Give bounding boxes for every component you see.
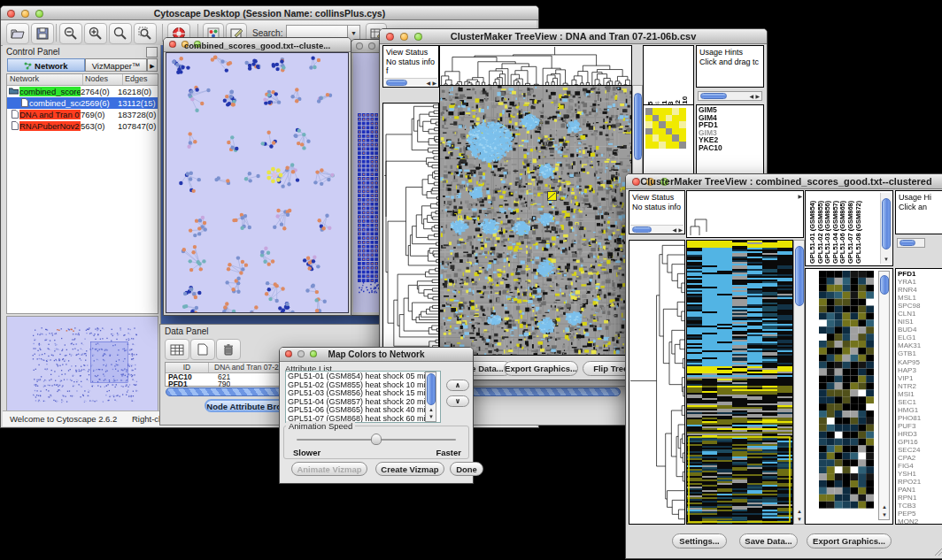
close-icon[interactable] bbox=[285, 350, 292, 357]
dialog-title-bar[interactable]: Map Colors to Network bbox=[280, 348, 473, 362]
gene-label[interactable]: PEP5 bbox=[898, 510, 940, 518]
tv2-vscrollbar[interactable]: ▲ ▼ bbox=[793, 240, 805, 525]
treeview2-title-bar[interactable]: ClusterMaker TreeView : combined_scores_… bbox=[626, 174, 942, 189]
close-icon[interactable] bbox=[632, 178, 640, 186]
save-button[interactable] bbox=[31, 23, 54, 44]
network-window-title-bar[interactable]: combined_scores_good.txt--cluste... bbox=[164, 38, 351, 52]
matrix-cell[interactable] bbox=[666, 142, 673, 149]
col-header-nodes[interactable]: Nodes bbox=[83, 74, 123, 85]
gene-label[interactable]: NTR2 bbox=[898, 382, 940, 390]
gene-label[interactable]: MON2 bbox=[898, 518, 940, 525]
zoom-window-icon[interactable] bbox=[414, 33, 422, 41]
gene-label[interactable]: KAP95 bbox=[898, 358, 940, 366]
tv2-zoom-scrollbar[interactable]: ▲ ▼ bbox=[878, 271, 890, 520]
close-icon[interactable] bbox=[386, 33, 394, 41]
tv2-gene-list[interactable]: PFD1YRA1RNR4MSL1SPC98CLN1NIS1BUD4ELG1MAK… bbox=[895, 268, 942, 525]
animate-vizmap-button[interactable]: Animate Vizmap bbox=[291, 462, 367, 476]
tv2-row-dendrogram[interactable] bbox=[629, 240, 685, 525]
matrix-cell[interactable] bbox=[652, 115, 660, 122]
gene-label[interactable]: RPO21 bbox=[898, 478, 940, 486]
scroll-right-icon[interactable]: ▶ bbox=[798, 193, 802, 200]
tv2-zoom-heatmap[interactable] bbox=[819, 271, 874, 510]
matrix-cell[interactable] bbox=[679, 142, 686, 149]
gene-label[interactable]: MSL1 bbox=[898, 294, 940, 302]
matrix-cell[interactable] bbox=[645, 108, 652, 115]
gene-label[interactable]: PFD1 bbox=[699, 121, 761, 129]
gene-label[interactable]: SEC24 bbox=[898, 446, 940, 454]
gene-label[interactable]: CPA2 bbox=[898, 454, 940, 462]
matrix-cell[interactable] bbox=[679, 108, 686, 115]
matrix-cell[interactable] bbox=[672, 128, 679, 135]
scroll-down-icon[interactable]: ▼ bbox=[429, 413, 434, 420]
gene-label[interactable]: GIM4 bbox=[699, 114, 761, 122]
scroll-left-icon[interactable]: ◀ bbox=[672, 226, 676, 234]
gene-label[interactable]: GPI16 bbox=[898, 438, 940, 446]
data-col-id[interactable]: ID bbox=[166, 363, 209, 372]
gene-label[interactable]: HAP3 bbox=[898, 366, 940, 374]
delete-attribute-button[interactable] bbox=[216, 339, 241, 360]
matrix-cell[interactable] bbox=[659, 115, 666, 122]
matrix-cell[interactable] bbox=[672, 142, 679, 149]
matrix-cell[interactable] bbox=[666, 115, 673, 122]
tab-more-button[interactable]: ▶ bbox=[147, 58, 158, 72]
zoom-selected-button[interactable] bbox=[134, 23, 157, 44]
tv1-column-dendrogram[interactable] bbox=[439, 45, 632, 88]
zoom-window-icon[interactable] bbox=[310, 350, 317, 357]
scroll-left-icon[interactable]: ◀ bbox=[426, 80, 430, 87]
scroll-down-icon[interactable]: ▼ bbox=[884, 256, 889, 263]
gene-label[interactable]: FIG4 bbox=[898, 462, 940, 470]
move-down-button[interactable]: ∨ bbox=[446, 395, 469, 407]
zoom-fit-button[interactable] bbox=[109, 23, 132, 44]
network-canvas[interactable] bbox=[166, 52, 349, 313]
export-graphics-button[interactable]: Export Graphics... bbox=[807, 533, 892, 548]
float-panel-icon[interactable] bbox=[146, 47, 158, 58]
gene-label[interactable]: YKE2 bbox=[699, 136, 761, 144]
done-button[interactable]: Done bbox=[450, 462, 483, 476]
export-graphics-button[interactable]: Export Graphics... bbox=[504, 361, 578, 376]
tab-network[interactable]: Network bbox=[7, 58, 85, 72]
speed-slider-thumb[interactable] bbox=[371, 433, 382, 445]
scroll-right-icon[interactable]: ▶ bbox=[678, 226, 683, 234]
gene-label[interactable]: PAN1 bbox=[898, 486, 940, 494]
gene-label[interactable]: RPN1 bbox=[898, 494, 940, 502]
gene-label[interactable]: ELG1 bbox=[898, 334, 940, 341]
close-icon[interactable] bbox=[356, 42, 363, 50]
settings-button[interactable]: Settings... bbox=[672, 533, 727, 548]
gene-label[interactable]: NIS1 bbox=[898, 318, 940, 326]
main-title-bar[interactable]: Cytoscape Desktop (Session Name: collins… bbox=[1, 6, 538, 20]
matrix-cell[interactable] bbox=[672, 115, 679, 122]
minimize-icon[interactable] bbox=[368, 42, 375, 50]
network-row[interactable]: combined_scores2764(0)16218(0) bbox=[7, 86, 158, 97]
network-row[interactable]: combined_sco2569(6)13112(15) bbox=[7, 97, 158, 109]
gene-label[interactable]: YSH1 bbox=[898, 470, 940, 478]
matrix-cell[interactable] bbox=[659, 142, 666, 149]
gene-label[interactable]: PHO81 bbox=[898, 414, 940, 422]
gene-label[interactable]: HMG1 bbox=[898, 406, 940, 414]
gene-label[interactable]: GIM5 bbox=[699, 106, 761, 114]
tab-vizmapper[interactable]: VizMapper™ bbox=[85, 58, 147, 72]
matrix-cell[interactable] bbox=[666, 121, 673, 128]
scroll-left-icon[interactable]: ◀ bbox=[749, 93, 753, 100]
scroll-up-icon[interactable]: ▲ bbox=[797, 508, 802, 515]
resize-grip-icon[interactable] bbox=[933, 545, 942, 556]
attribute-list-scrollbar[interactable]: ▲ ▼ bbox=[425, 372, 436, 422]
network-overview[interactable] bbox=[6, 316, 158, 411]
gene-label[interactable]: MAK31 bbox=[898, 341, 940, 349]
matrix-cell[interactable] bbox=[666, 134, 673, 142]
gene-label[interactable]: MSI1 bbox=[898, 390, 940, 398]
col-header-network[interactable]: Network bbox=[7, 74, 83, 85]
tv1-zoom-heatmap[interactable] bbox=[645, 108, 686, 149]
close-icon[interactable] bbox=[169, 41, 176, 48]
matrix-cell[interactable] bbox=[659, 134, 666, 142]
matrix-cell[interactable] bbox=[652, 121, 660, 128]
attribute-list[interactable]: GPL51-01 (GSM854) heat shock 05 minGPL51… bbox=[285, 371, 441, 423]
matrix-cell[interactable] bbox=[659, 121, 666, 128]
zoom-out-button[interactable] bbox=[59, 23, 82, 44]
scroll-down-icon[interactable]: ▼ bbox=[797, 516, 802, 523]
zoom-window-icon[interactable] bbox=[35, 10, 43, 18]
matrix-cell[interactable] bbox=[645, 134, 652, 142]
gene-label[interactable]: TCB3 bbox=[898, 502, 940, 510]
tv2-heatmap[interactable] bbox=[686, 240, 793, 525]
gene-label[interactable]: RNR4 bbox=[898, 286, 940, 294]
matrix-cell[interactable] bbox=[645, 115, 652, 122]
